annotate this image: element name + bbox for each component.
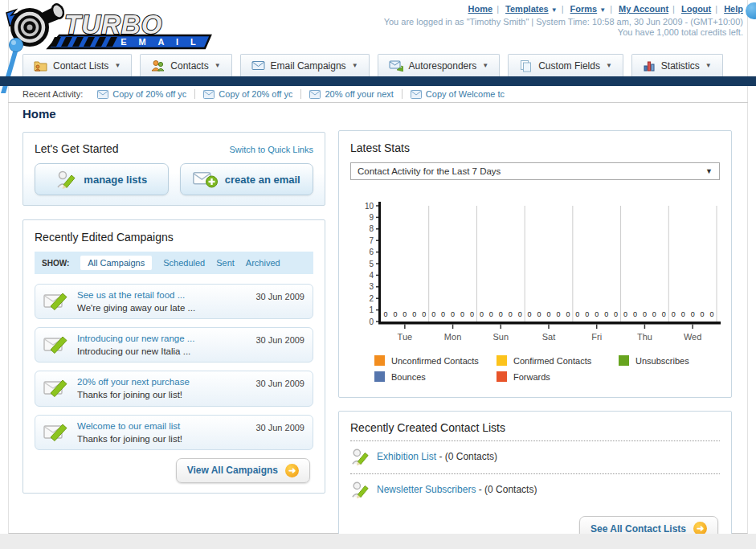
- turbo-email-logo[interactable]: TURBO E M A I L: [3, 2, 219, 53]
- recent-activity-item[interactable]: Copy of 20% off yc: [195, 89, 301, 99]
- campaign-subject: Introducing our new Italia ...: [77, 345, 247, 358]
- svg-text:0: 0: [652, 310, 656, 318]
- svg-text:5: 5: [369, 260, 374, 268]
- header-link-home[interactable]: Home: [468, 4, 493, 14]
- chart-legend: Unconfirmed ContactsConfirmed ContactsUn…: [374, 355, 748, 387]
- legend-swatch: [374, 371, 385, 382]
- svg-text:Mon: Mon: [444, 332, 461, 342]
- svg-text:0: 0: [441, 310, 445, 318]
- svg-text:0: 0: [614, 310, 618, 318]
- create-email-button[interactable]: create an email: [180, 163, 314, 195]
- recent-activity-bar: Recent Activity: Copy of 20% off yc Copy…: [22, 86, 513, 102]
- view-all-campaigns-button[interactable]: View All Campaigns ➜: [176, 458, 310, 483]
- svg-text:0: 0: [393, 310, 397, 318]
- campaign-row[interactable]: See us at the retail food ... We're givi…: [35, 284, 313, 319]
- filter-tab-archived[interactable]: Archived: [246, 258, 280, 268]
- nav-tab-autoresponders[interactable]: Autoresponders▼: [378, 54, 501, 76]
- campaign-date: 30 Jun 2009: [255, 332, 304, 345]
- svg-text:6: 6: [369, 248, 374, 256]
- svg-text:0: 0: [431, 310, 435, 318]
- svg-text:Wed: Wed: [684, 332, 701, 342]
- main-navigation: Contact Lists▼ Contacts▼ Email Campaigns…: [22, 54, 723, 76]
- filter-tab-all-campaigns[interactable]: All Campaigns: [80, 256, 152, 270]
- svg-text:0: 0: [585, 310, 589, 318]
- latest-stats-title: Latest Stats: [350, 141, 410, 154]
- svg-text:0: 0: [528, 310, 532, 318]
- campaign-subject: We're giving away our late ...: [77, 301, 247, 314]
- svg-text:Sun: Sun: [492, 332, 509, 342]
- recent-activity-item[interactable]: Copy of 20% off yc: [89, 89, 195, 99]
- legend-label: Forwards: [513, 372, 550, 382]
- header-link-my-account[interactable]: My Account: [619, 4, 668, 14]
- svg-text:0: 0: [470, 310, 474, 318]
- svg-text:E M A I L: E M A I L: [121, 37, 201, 47]
- contact-activity-chart: 01234567891000000Tue00000Mon00000Sun0000…: [350, 201, 720, 387]
- svg-text:0: 0: [691, 310, 695, 318]
- get-started-title: Let's Get Started: [35, 142, 119, 155]
- nav-tab-contact-lists[interactable]: Contact Lists▼: [22, 54, 132, 76]
- contact-list-link[interactable]: Exhibition List: [377, 451, 436, 462]
- nav-tab-custom-fields[interactable]: Custom Fields▼: [508, 54, 623, 76]
- campaign-link[interactable]: Welcome to our email list: [77, 420, 247, 432]
- header-link-help[interactable]: Help: [724, 4, 743, 14]
- chevron-down-icon: ▼: [482, 62, 488, 69]
- campaigns-filter-bar: SHOW: All Campaigns Scheduled Sent Archi…: [35, 252, 313, 274]
- filter-tab-scheduled[interactable]: Scheduled: [163, 258, 205, 268]
- campaign-row[interactable]: Introducing our new range ... Introducin…: [35, 327, 313, 363]
- campaign-link[interactable]: Introducing our new range ...: [77, 332, 247, 345]
- svg-text:0: 0: [518, 310, 522, 318]
- manage-lists-button[interactable]: manage lists: [35, 163, 169, 195]
- chevron-down-icon: ▼: [551, 6, 558, 14]
- svg-text:3: 3: [369, 282, 374, 291]
- svg-text:0: 0: [451, 310, 455, 318]
- envelope-reply-icon: [389, 60, 403, 72]
- header-link-templates[interactable]: Templates: [505, 4, 549, 14]
- legend-item: Forwards: [497, 371, 619, 382]
- switch-to-quick-links[interactable]: Switch to Quick Links: [229, 145, 313, 154]
- contact-list-link[interactable]: Newsletter Subscribers: [377, 484, 476, 495]
- show-label: SHOW:: [42, 259, 69, 268]
- svg-text:0: 0: [623, 310, 627, 318]
- envelope-icon: [97, 90, 108, 99]
- campaign-subject: Thanks for joining our list!: [77, 432, 247, 445]
- recent-activity-item[interactable]: 20% off your next: [301, 89, 402, 99]
- nav-tab-email-campaigns[interactable]: Email Campaigns▼: [240, 54, 370, 76]
- contact-list-row[interactable]: Exhibition List - (0 Contacts): [350, 440, 720, 472]
- svg-text:Tue: Tue: [398, 332, 413, 342]
- svg-text:0: 0: [566, 310, 570, 318]
- chevron-down-icon: ▼: [114, 62, 121, 69]
- envelope-icon: [251, 60, 265, 71]
- nav-tab-contacts[interactable]: Contacts▼: [140, 54, 231, 76]
- credits-info: You have 1,000 total credits left.: [618, 27, 743, 37]
- svg-text:1: 1: [369, 305, 374, 314]
- svg-text:Sat: Sat: [542, 332, 556, 342]
- envelope-icon: [309, 90, 321, 99]
- campaign-link[interactable]: See us at the retail food ...: [77, 289, 247, 301]
- svg-text:0: 0: [575, 310, 579, 318]
- legend-item: Unsubscribes: [619, 355, 741, 366]
- stats-period-select[interactable]: Contact Activity for the Last 7 Days ▼: [350, 162, 720, 180]
- svg-text:0: 0: [546, 310, 550, 318]
- campaign-subject: Thanks for joining our list!: [77, 388, 247, 401]
- envelope-icon: [203, 90, 215, 99]
- campaign-link[interactable]: 20% off your next purchase: [77, 375, 247, 388]
- header-link-logout[interactable]: Logout: [681, 4, 711, 14]
- nav-tab-statistics[interactable]: Statistics▼: [631, 54, 723, 76]
- svg-text:0: 0: [595, 310, 599, 318]
- header-links: Home| Templates ▼| Forms ▼| My Account| …: [468, 4, 743, 14]
- legend-swatch: [374, 355, 385, 366]
- svg-text:0: 0: [604, 310, 608, 318]
- recent-activity-item[interactable]: Copy of Welcome tc: [403, 89, 513, 99]
- header-link-forms[interactable]: Forms: [570, 4, 598, 14]
- svg-text:0: 0: [681, 310, 685, 318]
- contact-list-row[interactable]: Newsletter Subscribers - (0 Contacts): [350, 473, 720, 505]
- campaign-row[interactable]: 20% off your next purchase Thanks for jo…: [35, 371, 313, 406]
- contact-list-count: - (0 Contacts): [479, 484, 537, 495]
- legend-label: Unconfirmed Contacts: [391, 356, 479, 366]
- legend-item: Unconfirmed Contacts: [374, 355, 497, 366]
- filter-tab-sent[interactable]: Sent: [216, 258, 235, 268]
- svg-text:2: 2: [369, 294, 374, 303]
- svg-text:0: 0: [403, 310, 407, 318]
- campaign-row[interactable]: Welcome to our email list Thanks for joi…: [35, 415, 313, 450]
- chevron-down-icon: ▼: [352, 62, 358, 69]
